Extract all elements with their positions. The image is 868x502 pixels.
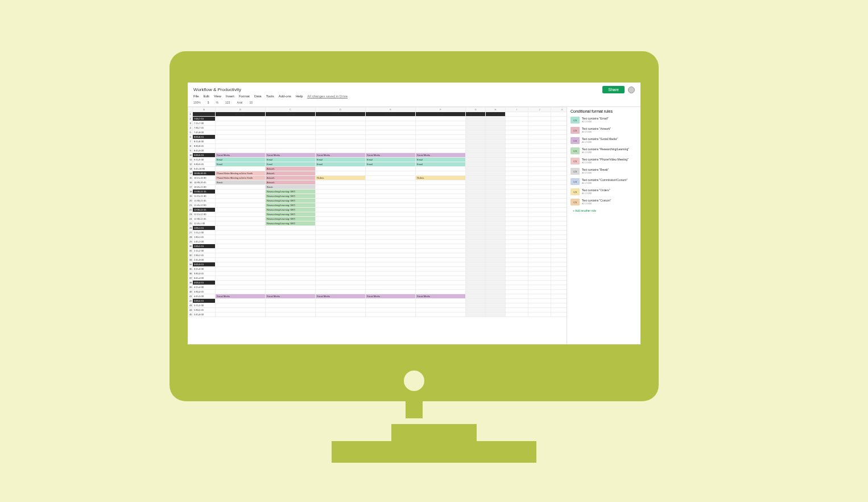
cell[interactable] (528, 171, 551, 176)
cell[interactable] (316, 180, 366, 185)
cell[interactable] (528, 212, 551, 217)
time-cell[interactable]: 12:30-12:45 (193, 217, 216, 221)
menu-edit[interactable]: Edit (204, 94, 209, 98)
cell[interactable] (486, 299, 506, 303)
column-header[interactable]: H (486, 108, 506, 112)
cell[interactable] (486, 244, 506, 249)
cell[interactable] (316, 281, 366, 285)
cell[interactable] (366, 194, 416, 199)
cell[interactable] (216, 262, 266, 267)
cell[interactable] (506, 281, 528, 285)
time-cell[interactable]: 7:00-7:15 (193, 117, 216, 121)
cell[interactable] (551, 249, 567, 253)
cell[interactable] (466, 221, 486, 226)
cell[interactable] (528, 262, 551, 267)
cell[interactable] (216, 249, 266, 253)
cell[interactable] (366, 203, 416, 208)
cell[interactable] (551, 312, 567, 317)
cell[interactable] (466, 308, 486, 312)
cell[interactable] (486, 162, 506, 167)
cell[interactable]: Social Media (316, 153, 366, 158)
cell[interactable] (466, 190, 486, 194)
cell[interactable] (366, 244, 416, 249)
cell[interactable]: Researching/Learning: SEO (266, 194, 316, 199)
cell[interactable] (486, 281, 506, 285)
cell[interactable] (506, 235, 528, 240)
cell[interactable] (416, 135, 466, 139)
cell[interactable] (551, 126, 567, 130)
cell[interactable] (366, 271, 416, 276)
cell[interactable] (316, 276, 366, 281)
format-rule[interactable]: 123Text contains "Break"A1:Z1000 (571, 168, 637, 175)
time-cell[interactable]: 1:00-1:15 (193, 226, 216, 231)
column-header[interactable]: C (266, 108, 316, 112)
time-cell[interactable]: 10:30-10:45 (193, 180, 216, 185)
cell[interactable] (416, 208, 466, 212)
cell[interactable] (486, 194, 506, 199)
cell[interactable] (266, 135, 316, 139)
cell[interactable] (266, 130, 316, 135)
cell[interactable] (528, 158, 551, 162)
cell[interactable] (506, 271, 528, 276)
cell[interactable] (466, 203, 486, 208)
time-cell[interactable]: 5:00-5:15 (193, 299, 216, 303)
cell[interactable] (416, 194, 466, 199)
cell[interactable] (486, 221, 506, 226)
cell[interactable] (366, 258, 416, 262)
cell[interactable] (528, 303, 551, 308)
cell[interactable] (506, 203, 528, 208)
time-cell[interactable]: 4:15-4:30 (193, 285, 216, 290)
format-rule[interactable]: 123Text contains "Researching/Learning"A… (571, 147, 637, 154)
cell[interactable] (266, 235, 316, 240)
menu-file[interactable]: File (193, 94, 199, 98)
cell[interactable] (466, 199, 486, 203)
cell[interactable] (466, 194, 486, 199)
time-cell[interactable]: 5:30-5:45 (193, 308, 216, 312)
cell[interactable] (506, 267, 528, 271)
cell[interactable]: Email (416, 162, 466, 167)
cell[interactable] (366, 235, 416, 240)
cell[interactable] (216, 303, 266, 308)
cell[interactable] (316, 149, 366, 153)
column-header[interactable]: B (216, 108, 266, 112)
cell[interactable] (506, 231, 528, 235)
cell[interactable]: Researching/Learning: SEO (266, 190, 316, 194)
cell[interactable] (551, 244, 567, 249)
cell[interactable] (416, 139, 466, 144)
menu-format[interactable]: Format (239, 94, 250, 98)
cell[interactable]: Email (216, 162, 266, 167)
cell[interactable] (506, 276, 528, 281)
column-header[interactable]: G (466, 108, 486, 112)
cell[interactable] (551, 271, 567, 276)
cell[interactable] (416, 149, 466, 153)
cell[interactable] (528, 276, 551, 281)
cell[interactable] (466, 258, 486, 262)
cell[interactable] (551, 117, 567, 121)
cell[interactable] (266, 299, 316, 303)
cell[interactable] (316, 139, 366, 144)
add-rule-button[interactable]: + Add another rule (573, 209, 637, 212)
cell[interactable] (416, 276, 466, 281)
cell[interactable] (416, 130, 466, 135)
cell[interactable] (366, 126, 416, 130)
time-cell[interactable]: 9:45-10:00 (193, 167, 216, 171)
cell[interactable] (528, 117, 551, 121)
cell[interactable] (486, 249, 506, 253)
cell[interactable] (266, 244, 316, 249)
cell[interactable] (486, 240, 506, 244)
cell[interactable] (486, 153, 506, 158)
cell[interactable] (506, 221, 528, 226)
cell[interactable] (486, 294, 506, 299)
cell[interactable] (506, 135, 528, 139)
cell[interactable] (551, 290, 567, 294)
cell[interactable] (506, 176, 528, 180)
time-cell[interactable]: 4:30-4:45 (193, 290, 216, 294)
cell[interactable] (528, 235, 551, 240)
share-button[interactable]: Share (602, 86, 625, 93)
cell[interactable]: Artwork (266, 180, 316, 185)
cell[interactable] (316, 221, 366, 226)
cell[interactable] (466, 312, 486, 317)
cell[interactable] (466, 271, 486, 276)
format-rule[interactable]: 123Text contains "Orders"A1:Z1000 (571, 188, 637, 195)
time-cell[interactable]: 12:00-12:15 (193, 208, 216, 212)
